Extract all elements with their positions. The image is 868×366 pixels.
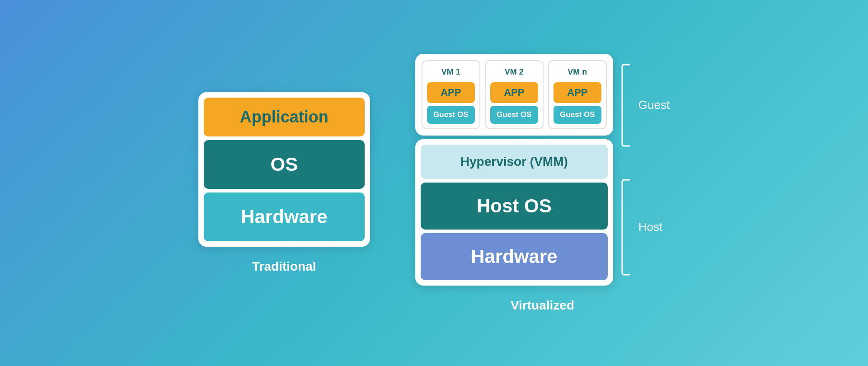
vm2-guest-os: Guest OS	[490, 106, 538, 124]
traditional-stack: Application OS Hardware	[198, 92, 370, 247]
host-label: Host	[638, 220, 662, 234]
vm-box-1: VM 1 APP Guest OS	[422, 60, 480, 129]
host-os-layer: Host OS	[421, 183, 608, 230]
host-stack: Hypervisor (VMM) Host OS Hardware	[415, 139, 613, 286]
vm2-app: APP	[490, 82, 538, 103]
main-container: Application OS Hardware Traditional VM 1…	[0, 36, 868, 331]
traditional-hardware-layer: Hardware	[204, 192, 365, 241]
virtualized-label: Virtualized	[511, 298, 574, 313]
hypervisor-layer: Hypervisor (VMM)	[421, 145, 608, 179]
virt-hardware-layer: Hardware	[421, 233, 608, 280]
vmn-app: APP	[554, 82, 601, 103]
vms-row: VM 1 APP Guest OS VM 2 APP Guest OS VM n…	[415, 54, 613, 136]
guest-label: Guest	[638, 98, 670, 112]
traditional-os-layer: OS	[204, 140, 365, 189]
guest-bracket-icon	[620, 60, 634, 150]
vm2-title: VM 2	[490, 66, 538, 80]
vm-box-n: VM n APP Guest OS	[548, 60, 607, 129]
virtualized-content: VM 1 APP Guest OS VM 2 APP Guest OS VM n…	[415, 54, 670, 286]
traditional-label: Traditional	[252, 259, 316, 274]
vm1-app: APP	[427, 82, 475, 103]
vmn-title: VM n	[554, 66, 601, 80]
host-bracket-group: Host	[620, 175, 670, 279]
traditional-app-layer: Application	[204, 98, 365, 136]
vm1-title: VM 1	[427, 66, 475, 80]
host-bracket-icon	[620, 175, 634, 279]
guest-bracket-group: Guest	[620, 60, 670, 150]
brackets-column: Guest Host	[620, 54, 670, 286]
virtualized-section: VM 1 APP Guest OS VM 2 APP Guest OS VM n…	[415, 54, 670, 313]
vm-box-2: VM 2 APP Guest OS	[485, 60, 544, 129]
traditional-section: Application OS Hardware Traditional	[198, 92, 370, 274]
virtualized-stack-wrapper: VM 1 APP Guest OS VM 2 APP Guest OS VM n…	[415, 54, 613, 286]
vmn-guest-os: Guest OS	[554, 106, 601, 124]
vm1-guest-os: Guest OS	[427, 106, 475, 124]
